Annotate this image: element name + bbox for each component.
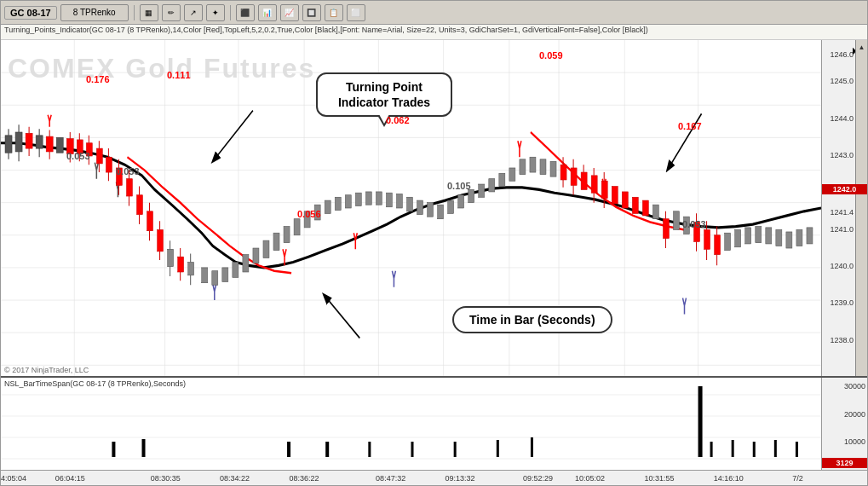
svg-rect-108 — [540, 159, 546, 175]
svg-rect-163 — [368, 442, 371, 457]
trade-label-0062: 0.062 — [386, 115, 410, 125]
svg-rect-88 — [335, 197, 341, 210]
svg-rect-103 — [489, 179, 495, 192]
toolbar-btn-10[interactable]: ⬜ — [347, 4, 365, 21]
svg-rect-109 — [550, 161, 556, 176]
toolbar-btn-3[interactable]: ↗ — [184, 4, 203, 21]
scrollbar[interactable]: ▲ — [855, 40, 867, 376]
svg-rect-48 — [106, 157, 112, 172]
svg-rect-161 — [287, 442, 290, 457]
svg-rect-100 — [458, 195, 464, 208]
svg-rect-94 — [396, 194, 402, 208]
time-label-3: 08:34:22 — [220, 474, 250, 483]
svg-rect-124 — [612, 187, 618, 204]
trade-label-0053a: 0.053 — [66, 151, 90, 161]
svg-rect-160 — [142, 439, 146, 457]
price-1242-highlight: 1242.0 — [822, 184, 867, 194]
bottom-price-30000: 30000 — [844, 382, 865, 391]
time-label-4: 08:36:22 — [289, 474, 319, 483]
svg-rect-91 — [365, 192, 371, 205]
svg-rect-95 — [406, 197, 412, 211]
chart-body[interactable]: COMEX Gold Futures — [1, 40, 821, 376]
bottom-price-axis: 30000 20000 10000 3129 — [821, 378, 867, 470]
svg-rect-98 — [438, 205, 444, 219]
svg-rect-66 — [168, 249, 174, 266]
svg-rect-89 — [345, 195, 351, 208]
price-1243: 1243.0 — [830, 151, 854, 159]
svg-rect-76 — [212, 271, 218, 286]
svg-rect-148 — [776, 229, 782, 246]
svg-rect-63 — [158, 229, 164, 251]
time-label-8: 10:05:02 — [575, 474, 605, 483]
svg-rect-128 — [652, 205, 658, 219]
toolbar-btn-8[interactable]: 🔲 — [302, 4, 321, 21]
svg-rect-126 — [632, 197, 638, 213]
toolbar-btn-2[interactable]: ✏ — [162, 4, 181, 21]
bottom-price-20000: 20000 — [844, 410, 865, 419]
toolbar-btn-1[interactable]: ▦ — [140, 4, 158, 21]
price-1239: 1239.0 — [830, 298, 854, 307]
trade-label-0111: 0.111 — [167, 70, 191, 80]
svg-rect-168 — [698, 386, 703, 457]
indicator-bar: Turning_Points_Indicator(GC 08-17 (8 TPR… — [1, 25, 867, 40]
svg-rect-147 — [766, 228, 772, 244]
svg-rect-101 — [468, 189, 474, 202]
svg-rect-23 — [15, 132, 22, 152]
svg-line-152 — [213, 111, 253, 162]
toolbar-btn-5[interactable]: ⬛ — [236, 4, 255, 21]
svg-rect-170 — [732, 440, 734, 457]
toolbar-btn-6[interactable]: 📊 — [258, 4, 277, 21]
toolbar-btn-9[interactable]: 📋 — [325, 4, 343, 21]
time-bar-label: Time in Bar (Seconds) — [452, 306, 612, 333]
svg-rect-145 — [745, 228, 751, 244]
svg-rect-132 — [673, 211, 679, 230]
svg-rect-144 — [735, 229, 741, 246]
svg-rect-79 — [243, 255, 249, 272]
toolbar-btn-4[interactable]: ✦ — [206, 4, 225, 21]
bottom-svg — [1, 378, 821, 470]
svg-rect-164 — [411, 442, 414, 457]
svg-rect-32 — [46, 136, 53, 152]
toolbar-btn-7[interactable]: 📈 — [280, 4, 299, 21]
chart-type-btn[interactable]: 8 TPRenko — [60, 4, 129, 21]
time-label-11: 7/2 — [792, 474, 803, 483]
svg-rect-60 — [147, 211, 153, 231]
svg-rect-110 — [560, 165, 566, 180]
svg-rect-45 — [96, 148, 102, 164]
svg-rect-29 — [36, 136, 43, 148]
time-label-2: 08:30:35 — [151, 474, 181, 483]
svg-rect-151 — [807, 228, 813, 244]
svg-rect-35 — [56, 137, 63, 153]
svg-rect-173 — [796, 442, 798, 457]
svg-rect-159 — [112, 442, 115, 457]
bottom-price-highlight: 3129 — [822, 458, 867, 468]
speech-bubble: Turning PointIndicator Trades — [316, 72, 452, 117]
svg-rect-80 — [253, 248, 259, 263]
svg-rect-172 — [774, 440, 777, 457]
svg-rect-77 — [222, 268, 228, 282]
price-1240: 1240.0 — [830, 262, 854, 270]
svg-rect-69 — [178, 257, 184, 272]
trade-label-0053b: 0.053 — [116, 166, 140, 176]
svg-rect-81 — [263, 240, 269, 257]
symbol-label[interactable]: GC 08-17 — [4, 6, 57, 20]
svg-rect-20 — [5, 136, 12, 153]
svg-rect-96 — [417, 200, 423, 215]
svg-rect-169 — [710, 442, 713, 457]
bottom-price-10000: 10000 — [844, 437, 865, 446]
svg-rect-97 — [428, 203, 434, 217]
svg-rect-78 — [233, 263, 239, 278]
svg-rect-140 — [715, 235, 721, 255]
svg-rect-54 — [126, 179, 132, 196]
svg-rect-75 — [202, 268, 208, 283]
svg-rect-99 — [448, 200, 454, 213]
svg-rect-166 — [497, 440, 499, 457]
svg-rect-104 — [499, 173, 505, 186]
trade-label-0176: 0.176 — [86, 74, 110, 84]
svg-rect-57 — [136, 195, 142, 215]
toolbar-sep-2 — [230, 5, 231, 20]
price-1238: 1238.0 — [830, 336, 854, 344]
time-label-1: 06:04:15 — [55, 474, 85, 483]
svg-rect-162 — [325, 442, 329, 457]
svg-rect-127 — [642, 200, 648, 216]
